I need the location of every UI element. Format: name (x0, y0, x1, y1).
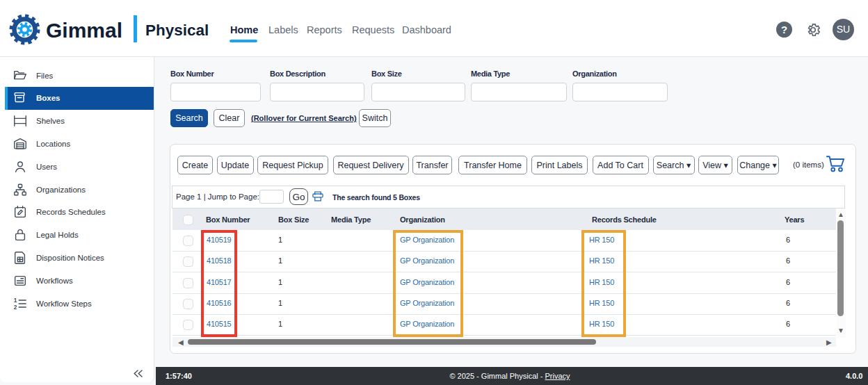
svg-text:2: 2 (14, 304, 17, 310)
svg-text:1: 1 (14, 297, 17, 303)
